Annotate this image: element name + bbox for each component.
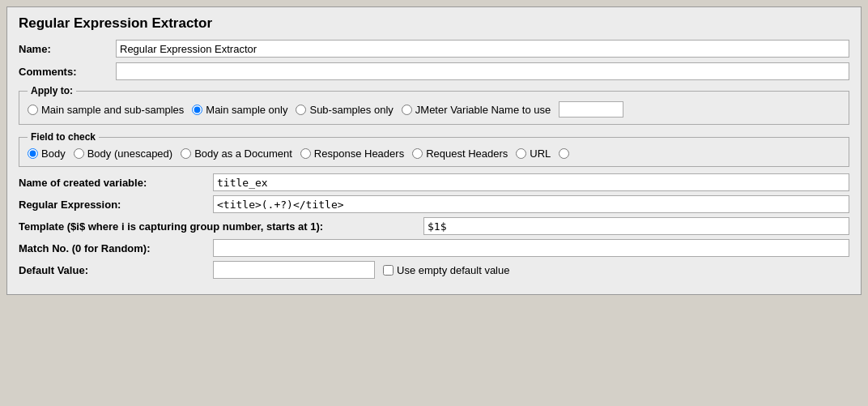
radio-main-only[interactable]: Main sample only [192,104,287,116]
radio-jmeter-var-label: JMeter Variable Name to use [415,104,551,116]
radio-url[interactable]: URL [516,147,551,160]
use-empty-default-text: Use empty default value [397,264,509,276]
template-label: Template ($i$ where i is capturing group… [19,220,423,233]
radio-url-label: URL [530,147,551,160]
radio-main-only-input[interactable] [192,105,202,115]
default-value-row: Default Value: Use empty default value [19,261,849,279]
regex-row: Regular Expression: [19,195,849,213]
use-empty-default-label[interactable]: Use empty default value [383,264,509,276]
comments-label: Comments: [19,66,116,78]
match-no-row: Match No. (0 for Random): [19,239,849,257]
template-input[interactable] [423,217,849,235]
default-value-input[interactable] [213,261,375,279]
radio-sub-only-input[interactable] [296,105,306,115]
radio-body[interactable]: Body [28,147,66,160]
radio-req-headers[interactable]: Request Headers [412,147,508,160]
radio-resp-headers-label: Response Headers [314,147,404,160]
radio-req-headers-input[interactable] [412,148,423,159]
variable-input[interactable] [213,173,849,191]
field-to-check-legend: Field to check [28,131,99,143]
radio-jmeter-var[interactable]: JMeter Variable Name to use [402,104,551,116]
use-empty-default-checkbox[interactable] [383,265,394,276]
radio-extra[interactable] [559,148,572,159]
radio-body-unescaped-input[interactable] [74,148,84,159]
radio-body-unescaped-label: Body (unescaped) [87,147,173,160]
radio-main-sub-label: Main sample and sub-samples [41,104,184,116]
data-form: Name of created variable: Regular Expres… [19,173,849,279]
apply-to-options: Main sample and sub-samples Main sample … [28,101,840,118]
panel-title: Regular Expression Extractor [19,15,849,32]
radio-body-doc-input[interactable] [181,148,191,159]
radio-body-unescaped[interactable]: Body (unescaped) [74,147,173,160]
radio-req-headers-label: Request Headers [426,147,508,160]
match-no-input[interactable] [213,239,849,257]
radio-sub-only-label: Sub-samples only [309,104,393,116]
radio-main-only-label: Main sample only [206,104,287,116]
radio-body-label: Body [41,147,66,160]
template-row: Template ($i$ where i is capturing group… [19,217,849,235]
regex-input[interactable] [213,195,849,213]
jmeter-var-input[interactable] [559,101,623,118]
radio-resp-headers-input[interactable] [300,148,311,159]
radio-main-sub-input[interactable] [28,105,38,115]
radio-url-input[interactable] [516,148,526,159]
radio-jmeter-var-input[interactable] [402,105,412,115]
name-row: Name: [19,40,849,58]
field-to-check-group: Field to check Body Body (unescaped) Bod… [19,131,849,167]
radio-body-doc-label: Body as a Document [194,147,292,160]
comments-input[interactable] [116,62,849,80]
apply-to-legend: Apply to: [28,85,76,96]
name-input[interactable] [116,40,849,58]
field-to-check-options: Body Body (unescaped) Body as a Document… [28,147,840,160]
radio-body-input[interactable] [28,148,38,159]
radio-body-doc[interactable]: Body as a Document [181,147,292,160]
variable-row: Name of created variable: [19,173,849,191]
variable-label: Name of created variable: [19,177,213,189]
match-no-label: Match No. (0 for Random): [19,242,213,254]
default-value-label: Default Value: [19,264,213,276]
radio-sub-only[interactable]: Sub-samples only [296,104,393,116]
apply-to-group: Apply to: Main sample and sub-samples Ma… [19,85,849,125]
main-panel: Regular Expression Extractor Name: Comme… [6,6,862,295]
radio-resp-headers[interactable]: Response Headers [300,147,404,160]
comments-row: Comments: [19,62,849,80]
name-label: Name: [19,43,116,55]
regex-label: Regular Expression: [19,199,213,211]
radio-extra-input[interactable] [559,148,569,159]
radio-main-sub[interactable]: Main sample and sub-samples [28,104,184,116]
